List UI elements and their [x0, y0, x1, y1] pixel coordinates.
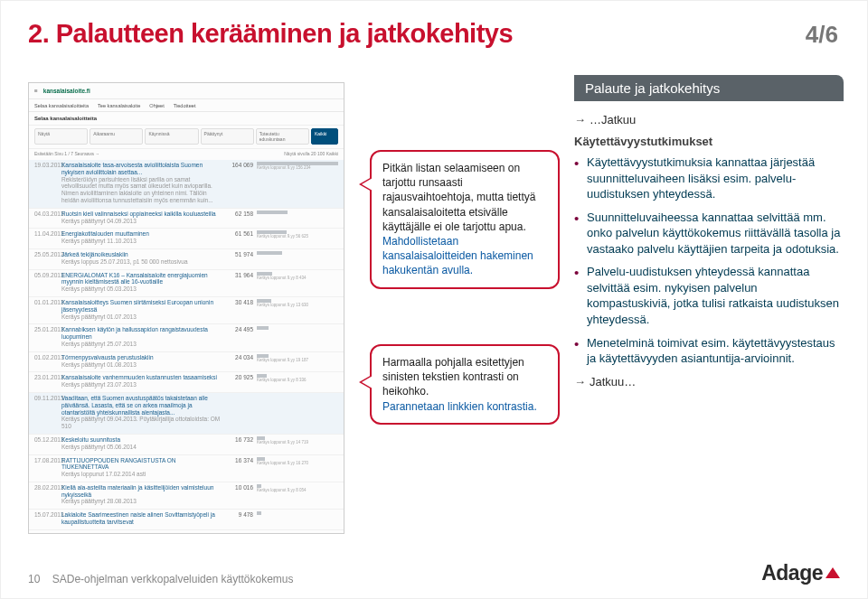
sc-row-title: Törmenpysvalvausta perustuslakiin	[61, 354, 221, 361]
sc-row-date: 25.05.2013	[34, 251, 61, 257]
sc-row-num: 24 495	[226, 326, 253, 332]
sc-row-title: ENERGIALOMAT K16 – Kansalaisaloite energ…	[61, 272, 221, 286]
sc-row-text: Energiakotitalouden muuttaminenKeräys pä…	[61, 230, 226, 245]
sc-row-text: Kansalaisaloite vanhemmuuden kustannuste…	[61, 374, 226, 388]
sc-row-sub2: Keräys loppunut 9.yy 16 270	[257, 461, 338, 465]
sc-row-text: Kiellä ala-asteilta materiaalin ja käsit…	[61, 484, 226, 505]
sc-filter: Päättynyt	[201, 128, 254, 145]
sc-row-num: 24 034	[226, 354, 253, 360]
embedded-screenshot: ≡ kansalaisaloite.fi Selaa kansalaisaloi…	[28, 82, 344, 534]
sc-row-date: 17.08.2013	[34, 457, 61, 463]
sc-row-title: RATTIJUOPPOUDEN RANGAISTUSTA ON TIUKENNE…	[61, 457, 221, 472]
sc-meta-right: Näytä sivulla 20 100 Kaikki	[284, 151, 338, 156]
sc-row-date: 15.07.2013	[34, 511, 61, 518]
sc-row-date: 23.01.2013	[34, 374, 61, 380]
sc-row-title: Ruotsin kieli valinnaiseksi oppiaineeksi…	[61, 211, 221, 218]
sc-row-title: Kansalaisaloitteys Suomen siirtämiseksi …	[61, 299, 221, 314]
sc-row-bar: Keräys loppunut 9.yy 16 270	[257, 457, 338, 465]
sc-row-date: 04.03.2013	[34, 211, 61, 217]
sc-row-barfill	[257, 251, 282, 255]
sc-tab: Tiedotteet	[174, 103, 196, 108]
bullet-item: Palvelu-uudistuksen yhteydessä kannattaa…	[574, 264, 844, 327]
sc-row-text: RATTIJUOPPOUDEN RANGAISTUSTA ON TIUKENNE…	[61, 457, 226, 478]
sc-row-sub: Keräys päättynyt 25.07.2013	[61, 341, 221, 348]
sc-row-sub2: Keräys loppunut 9.yy 14 719	[257, 440, 338, 445]
bullet-item: Suunnitteluvaiheessa kannattaa selvittää…	[574, 210, 844, 257]
sc-meta: Esitetään Sivu 1 / 7 Seuraava → Näytä si…	[29, 149, 344, 158]
sc-row-num: 10 016	[226, 484, 253, 491]
callout-contrast: Harmaalla pohjalla esitettyjen sinisten …	[370, 344, 560, 425]
sc-row-barfill	[257, 326, 269, 330]
sc-row-num: 16 732	[226, 436, 253, 443]
sc-row-sub2: Keräys loppunut 9.yy 8 434	[257, 276, 338, 280]
footer-doc: SADe-ohjelman verkkopalveluiden käyttöko…	[52, 573, 294, 585]
sc-row: 25.05.2013Järkeä tekijänoikeuslakiinKerä…	[29, 249, 344, 270]
sc-tab: Selaa kansalaisaloitteita	[34, 103, 89, 108]
sc-topbar: ≡ kansalaisaloite.fi	[29, 83, 344, 99]
sc-row-num: 9 478	[226, 511, 253, 518]
sc-row-sub: Keräys loppunut 17.02.2014 asti	[61, 471, 221, 478]
sc-row: 05.12.2013Keskeloitu suunnitostaKeräys p…	[29, 435, 344, 455]
sc-filter: Näytä	[34, 128, 88, 145]
sc-row-num: 51 974	[226, 251, 253, 257]
sc-list: 19.03.2013Kansalaisaloite tasa-arvoisest…	[29, 158, 344, 532]
continues-top-text: …Jatkuu	[590, 113, 636, 126]
continues-bottom: →Jatkuu…	[574, 374, 844, 390]
footer-page: 10	[28, 573, 40, 585]
sc-row-text: Kansalaisaloite tasa-arvoisesta avioliit…	[61, 162, 226, 204]
sc-row-date: 01.02.2013	[34, 354, 61, 360]
sc-row-bar	[257, 326, 338, 330]
sc-row: 01.01.2013Kansalaisaloitteys Suomen siir…	[29, 297, 344, 324]
sc-row-sub2: Keräys loppunut 9.yy 8 336	[257, 378, 338, 382]
sc-filter: Toteutettu eduskuntaan	[256, 128, 309, 145]
sc-row-sub2: Keräys loppunut 9.yy 19 187	[257, 358, 338, 362]
sc-row-text: Keskeloitu suunnitostaKeräys päättynyt 0…	[61, 436, 226, 451]
sc-row-text: Ruotsin kieli valinnaiseksi oppiaineeksi…	[61, 211, 226, 225]
sc-filter: Aikaraamu	[90, 128, 143, 145]
sc-meta-left: Esitetään Sivu 1 / 7 Seuraava →	[34, 151, 99, 156]
sc-row-date: 05.09.2013	[34, 272, 61, 278]
arrow-right-icon: →	[574, 375, 586, 388]
sc-row-title: Kannabiksen käytön ja hallussapidon rang…	[61, 326, 221, 341]
sc-row-sub: Keräys päättynyt 01.08.2013	[61, 361, 221, 369]
sc-row-text: Kannabiksen käytön ja hallussapidon rang…	[61, 326, 226, 347]
callout-recommend: Mahdollistetaan kansalaisaloitteiden hak…	[382, 234, 547, 278]
footer-left: 10 SADe-ohjelman verkkopalveluiden käytt…	[28, 573, 294, 585]
sc-row: 19.03.2013Kansalaisaloite tasa-arvoisest…	[29, 160, 344, 209]
sc-row-date: 19.03.2013	[34, 162, 61, 168]
sc-row-title: Kiellä ala-asteilta materiaalin ja käsit…	[61, 484, 221, 499]
sc-row-title: Vaaditaan, että Suomen avustuspäätös tak…	[61, 395, 221, 416]
sc-row-num: 164 069	[226, 162, 253, 168]
sc-filters: Näytä Aikaraamu Käynnissä Päättynyt Tote…	[29, 126, 344, 149]
right-subhead: Käytettävyystutkimukset	[574, 134, 844, 150]
bullet-list: Käytettävyystutkimuksia kannattaa järjes…	[574, 154, 844, 367]
sc-row-sub: Keräys loppus 25.07.2013, p1 50 000 nett…	[61, 258, 221, 266]
sc-row: 01.02.2013Törmenpysvalvausta perustuslak…	[29, 352, 344, 373]
callout-text: Pitkän listan selaamiseen on tarjottu ru…	[382, 161, 547, 234]
sc-row-bar: Keräys loppunut 9.yy 13 630	[257, 299, 338, 307]
sc-row-bar	[257, 211, 338, 214]
sc-row-sub2: Keräys loppunut 9.yy 13 630	[257, 303, 338, 307]
sc-row-num: 62 158	[226, 211, 253, 217]
sc-row-date: 11.04.2013	[34, 230, 61, 237]
right-header: Palaute ja jatkokehitys	[574, 75, 844, 101]
sc-row-text: Kansalaisaloitteys Suomen siirtämiseksi …	[61, 299, 226, 320]
sc-filter-active: Kaikki	[311, 128, 338, 145]
sc-tabs: Selaa kansalaisaloitteita Tee kansalaisa…	[29, 99, 344, 112]
sc-row-sub2: Keräys loppunut 9.yy 8 054	[257, 488, 338, 492]
sc-row: 11.04.2013Energiakotitalouden muuttamine…	[29, 229, 344, 249]
sc-row-sub: Keräys päättynyt 28.08.2013	[61, 498, 221, 505]
sc-row-title: Lakialoite Saarimeestinen naisle alinen …	[61, 511, 221, 526]
sc-row-bar: Keräys loppunut 9.yy 19 187	[257, 354, 338, 362]
sc-row-sub: Keräys päättynyt 01.07.2013	[61, 314, 221, 321]
sc-row: 28.02.2013Kiellä ala-asteilta materiaali…	[29, 482, 344, 510]
sc-row-title: Keskeloitu suunnitosta	[61, 436, 221, 444]
sc-row-bar	[257, 511, 338, 515]
callout-text: Harmaalla pohjalla esitettyjen sinisten …	[382, 355, 547, 399]
sc-row-bar	[257, 251, 338, 255]
sc-row-bar: Keräys loppunut 9.yy 156 234	[257, 162, 338, 170]
sc-row-num: 20 925	[226, 374, 253, 380]
sc-tab: Ohjeet	[149, 103, 164, 108]
sc-row-text: Järkeä tekijänoikeuslakiinKeräys loppus …	[61, 251, 226, 266]
footer: 10 SADe-ohjelman verkkopalveluiden käytt…	[28, 561, 840, 585]
